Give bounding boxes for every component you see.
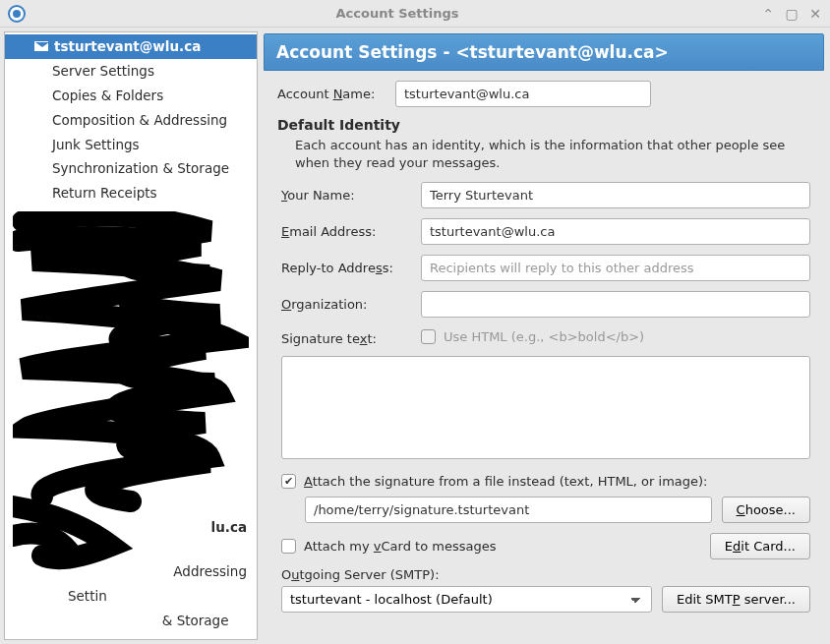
- attach-signature-label: Attach the signature from a file instead…: [304, 474, 707, 489]
- org-input[interactable]: [421, 291, 810, 318]
- sidebar-item-junk-2[interactable]: xxSettin: [5, 584, 257, 609]
- smtp-label: Outgoing Server (SMTP):: [281, 567, 810, 582]
- signature-path-input[interactable]: [305, 497, 712, 523]
- account-name-input[interactable]: [395, 81, 651, 107]
- attach-vcard-checkbox[interactable]: [281, 539, 296, 554]
- sidebar-item-server-settings[interactable]: Server Settings: [5, 59, 257, 84]
- sidebar-item-security[interactable]: Security: [5, 205, 257, 230]
- accounts-tree[interactable]: tsturtevant@wlu.ca Server Settings Copie…: [4, 31, 258, 640]
- attach-signature-checkbox[interactable]: ✔: [281, 474, 296, 489]
- your-name-input[interactable]: [421, 182, 810, 208]
- sidebar-item-junk[interactable]: Junk Settings: [5, 133, 257, 157]
- minimize-icon[interactable]: ⌃: [761, 6, 775, 22]
- sidebar-item-sync[interactable]: Synchronization & Storage: [5, 156, 257, 181]
- attach-vcard-label: Attach my vCard to messages: [304, 539, 702, 554]
- sidebar-item-receipts-2[interactable]: Return Receipts: [5, 633, 257, 640]
- your-name-label: Your Name:: [281, 188, 409, 203]
- account-node-redacted[interactable]: lu.ca: [5, 515, 257, 540]
- edit-card-button[interactable]: Edit Card...: [710, 533, 810, 559]
- account-name-label: Account Name:: [277, 87, 385, 101]
- account-node-selected[interactable]: tsturtevant@wlu.ca: [5, 34, 257, 59]
- reply-input[interactable]: [421, 255, 810, 281]
- signature-label: Signature text:: [281, 327, 409, 346]
- sidebar-item-receipts[interactable]: Return Receipts: [5, 181, 257, 205]
- default-identity-heading: Default Identity: [277, 117, 810, 133]
- signature-textarea[interactable]: [281, 356, 810, 459]
- email-input[interactable]: [421, 218, 810, 245]
- mail-icon: [34, 41, 48, 51]
- titlebar: Account Settings ⌃ ▢ ✕: [0, 0, 830, 28]
- account-domain-fragment: lu.ca: [211, 518, 247, 537]
- app-icon: [8, 5, 26, 23]
- sidebar-item-composition-2[interactable]: xxxxxxAddressing: [5, 559, 257, 584]
- panel-header: Account Settings - <tsturtevant@wlu.ca>: [264, 33, 824, 71]
- account-email-label: tsturtevant@wlu.ca: [54, 37, 201, 56]
- smtp-select[interactable]: tsturtevant - localhost (Default): [281, 586, 652, 613]
- choose-button[interactable]: Choose...: [722, 497, 810, 523]
- use-html-label: Use HTML (e.g., <b>bold</b>): [444, 329, 644, 344]
- maximize-icon[interactable]: ▢: [785, 6, 799, 22]
- identity-description: Each account has an identity, which is t…: [295, 137, 810, 172]
- use-html-checkbox[interactable]: [421, 329, 436, 344]
- org-label: Organization:: [281, 297, 409, 312]
- sidebar-item-copies-folders[interactable]: Copies & Folders: [5, 84, 257, 108]
- window-title: Account Settings: [33, 6, 761, 21]
- close-icon[interactable]: ✕: [808, 6, 822, 22]
- sidebar-item-sync-2[interactable]: xxxxxxxxxxxxxx& Storage: [5, 609, 257, 633]
- edit-smtp-button[interactable]: Edit SMTP server...: [662, 586, 810, 613]
- reply-label: Reply-to Address:: [281, 261, 409, 275]
- email-label: Email Address:: [281, 224, 409, 239]
- sidebar-item-composition[interactable]: Composition & Addressing: [5, 108, 257, 133]
